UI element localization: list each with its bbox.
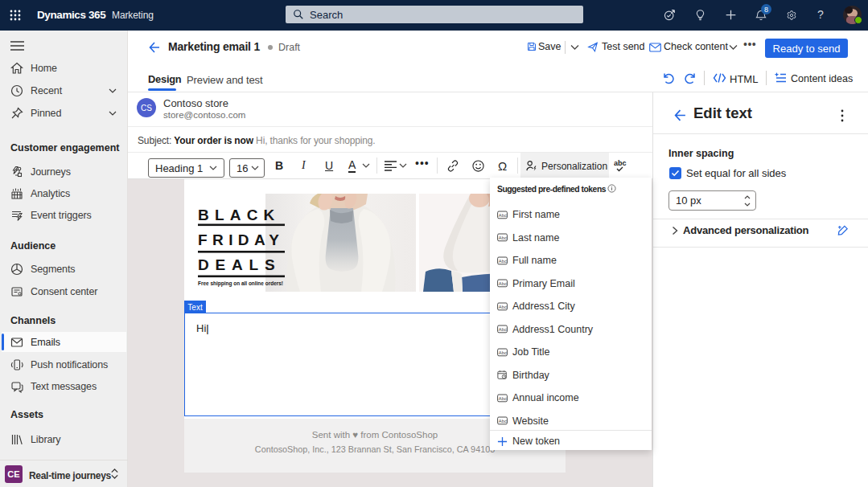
svg-text:Abc: Abc xyxy=(499,304,507,309)
svg-text:Abc: Abc xyxy=(499,327,507,332)
svg-text:FRIDAY: FRIDAY xyxy=(198,231,284,248)
svg-text:Abc: Abc xyxy=(499,350,507,355)
svg-text:Abc: Abc xyxy=(499,235,507,240)
svg-text:BLACK: BLACK xyxy=(198,207,281,223)
svg-text:Abc: Abc xyxy=(499,396,507,401)
svg-text:Abc: Abc xyxy=(499,419,507,424)
svg-text:Abc: Abc xyxy=(499,258,507,263)
svg-text:Abc: Abc xyxy=(499,212,507,217)
svg-text:Free shipping on all online or: Free shipping on all online orders! xyxy=(198,280,283,287)
svg-text:DEALS: DEALS xyxy=(198,256,281,273)
svg-text:Abc: Abc xyxy=(499,281,507,286)
svg-text:abc: abc xyxy=(614,159,627,167)
